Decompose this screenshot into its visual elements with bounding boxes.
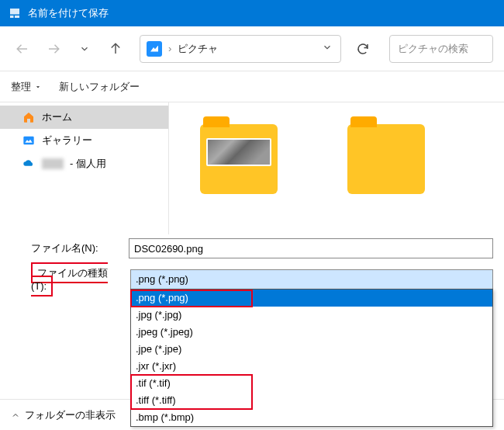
app-icon: [8, 6, 22, 20]
home-icon: [22, 110, 36, 124]
hide-folders-label: フォルダーの非表示: [25, 408, 116, 422]
sidebar: ホーム ギャラリー - 個人用: [0, 102, 169, 234]
navbar: › ピクチャ ピクチャの検索: [0, 26, 504, 71]
sidebar-item-onedrive[interactable]: - 個人用: [0, 152, 168, 175]
titlebar: 名前を付けて保存: [0, 0, 504, 26]
sidebar-item-label: ホーム: [42, 110, 72, 124]
highlight-filetype-label: ファイルの種類(T):: [31, 262, 108, 296]
filetype-option[interactable]: .tiff (*.tiff): [131, 392, 492, 409]
svg-rect-0: [23, 137, 33, 145]
sidebar-item-label: ギャラリー: [42, 134, 92, 147]
filetype-dropdown[interactable]: .png (*.png) .png (*.png) .jpg (*.jpg) .…: [130, 269, 493, 290]
nav-back-button[interactable]: [11, 37, 34, 61]
refresh-button[interactable]: [349, 35, 377, 63]
organize-label: 整理: [11, 80, 31, 94]
organize-button[interactable]: 整理: [11, 80, 42, 94]
address-bar[interactable]: › ピクチャ: [140, 35, 341, 63]
title-text: 名前を付けて保存: [28, 6, 109, 20]
filetype-option[interactable]: .jxr (*.jxr): [131, 358, 492, 375]
filetype-option[interactable]: .jpg (*.jpg): [131, 307, 492, 324]
folder-item[interactable]: [347, 124, 425, 194]
filetype-option[interactable]: .tif (*.tif): [131, 375, 492, 392]
gallery-icon: [22, 134, 36, 147]
sidebar-item-gallery[interactable]: ギャラリー: [0, 129, 168, 152]
nav-up-button[interactable]: [104, 37, 127, 61]
folder-thumbnail: [206, 138, 271, 166]
onedrive-icon: [22, 157, 36, 171]
filename-row: ファイル名(N): DSC02690.png: [0, 234, 504, 262]
filetype-option[interactable]: .jpe (*.jpe): [131, 341, 492, 358]
search-input[interactable]: ピクチャの検索: [389, 35, 493, 63]
toolbar: 整理 新しいフォルダー: [0, 71, 504, 102]
search-placeholder: ピクチャの検索: [398, 42, 468, 56]
folder-item[interactable]: [200, 124, 278, 194]
filename-label: ファイル名(N):: [31, 241, 123, 255]
address-dropdown-icon[interactable]: [320, 42, 334, 55]
breadcrumb-current[interactable]: ピクチャ: [178, 42, 218, 56]
breadcrumb-caret[interactable]: ›: [167, 43, 173, 54]
sidebar-item-home[interactable]: ホーム: [0, 106, 168, 129]
sidebar-item-label: - 個人用: [70, 157, 106, 171]
filetype-row: ファイルの種類(T): .png (*.png) .png (*.png) .j…: [0, 262, 504, 296]
file-grid[interactable]: [169, 102, 504, 234]
nav-recent-button[interactable]: [73, 37, 96, 61]
pictures-icon: [147, 41, 162, 57]
filetype-label: ファイルの種類(T):: [31, 266, 124, 292]
chevron-up-icon: [11, 411, 20, 420]
filetype-option[interactable]: .jpeg (*.jpeg): [131, 324, 492, 341]
hide-folders-button[interactable]: フォルダーの非表示: [11, 408, 116, 422]
content-area: ホーム ギャラリー - 個人用: [0, 102, 504, 234]
filetype-selected[interactable]: .png (*.png): [130, 269, 493, 290]
chevron-down-icon: [34, 83, 42, 91]
blurred-username: [42, 158, 64, 169]
filetype-option[interactable]: .bmp (*.bmp): [131, 409, 492, 426]
filename-input[interactable]: DSC02690.png: [129, 238, 493, 258]
nav-forward-button[interactable]: [42, 37, 65, 61]
newfolder-button[interactable]: 新しいフォルダー: [59, 80, 140, 94]
filetype-options-list: .png (*.png) .jpg (*.jpg) .jpeg (*.jpeg)…: [130, 289, 493, 427]
filetype-option[interactable]: .png (*.png): [131, 290, 492, 307]
